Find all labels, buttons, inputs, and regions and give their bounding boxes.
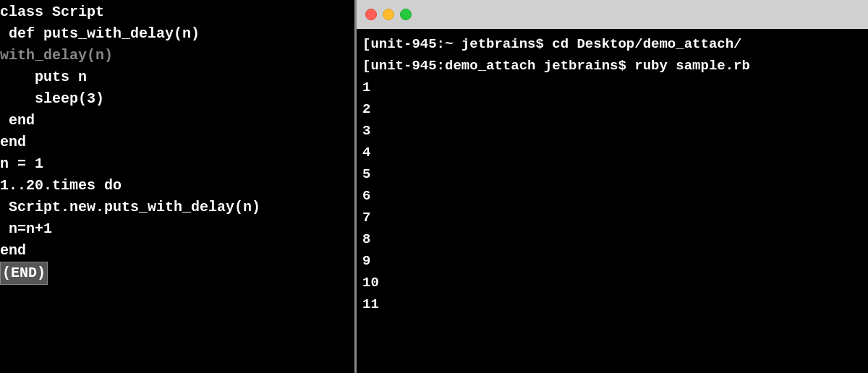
code-line-4: puts n xyxy=(0,67,354,88)
terminal-titlebar xyxy=(357,0,868,29)
traffic-lights xyxy=(365,9,412,20)
end-marker: (END) xyxy=(0,262,48,285)
output-line-9: 9 xyxy=(362,250,862,272)
code-line-10: Script.new.puts_with_delay(n) xyxy=(0,197,354,218)
output-line-11: 11 xyxy=(362,293,862,315)
code-line-12: end xyxy=(0,240,354,262)
output-line-10: 10 xyxy=(362,272,862,293)
code-line-3: with_delay(n) xyxy=(0,45,354,67)
close-button[interactable] xyxy=(365,9,377,20)
output-line-1: 1 xyxy=(362,77,862,98)
output-line-2: 2 xyxy=(362,98,862,120)
code-line-5: sleep(3) xyxy=(0,88,354,110)
code-line-11: n=n+1 xyxy=(0,218,354,240)
code-line-end: (END) xyxy=(0,262,354,285)
maximize-button[interactable] xyxy=(400,9,412,20)
code-line-9: 1..20.times do xyxy=(0,175,354,197)
output-line-6: 6 xyxy=(362,185,862,207)
output-line-8: 8 xyxy=(362,228,862,250)
minimize-button[interactable] xyxy=(383,9,394,20)
output-line-3: 3 xyxy=(362,120,862,142)
code-line-6: end xyxy=(0,110,354,132)
terminal-line-1: [unit-945:~ jetbrains$ cd Desktop/demo_a… xyxy=(362,33,862,55)
output-line-7: 7 xyxy=(362,207,862,228)
terminal-line-2: [unit-945:demo_attach jetbrains$ ruby sa… xyxy=(362,55,862,77)
output-line-4: 4 xyxy=(362,142,862,163)
terminal-pane: [unit-945:~ jetbrains$ cd Desktop/demo_a… xyxy=(357,0,868,373)
terminal-body[interactable]: [unit-945:~ jetbrains$ cd Desktop/demo_a… xyxy=(357,29,868,373)
code-line-2: def puts_with_delay(n) xyxy=(0,23,354,45)
code-editor-pane: class Script def puts_with_delay(n) with… xyxy=(0,0,354,373)
code-line-7: end xyxy=(0,132,354,153)
code-line-1: class Script xyxy=(0,1,354,23)
code-line-8: n = 1 xyxy=(0,153,354,175)
output-line-5: 5 xyxy=(362,163,862,185)
